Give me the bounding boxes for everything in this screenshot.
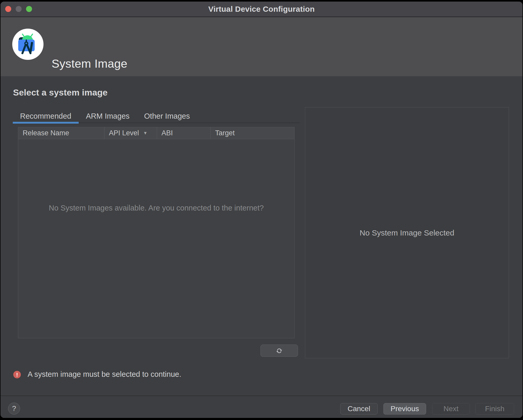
cancel-button[interactable]: Cancel [340,403,378,415]
page-title: System Image [52,57,127,71]
wizard-header: System Image [1,17,522,76]
window-title: Virtual Device Configuration [208,5,315,14]
refresh-button[interactable] [260,345,298,357]
virtual-device-configuration-window: Virtual Device Configuration System Imag… [1,2,522,418]
panel-empty-message: No System Image Selected [360,228,454,237]
help-button[interactable]: ? [8,403,20,415]
column-header-abi[interactable]: ABI [157,127,211,139]
minimize-button[interactable] [16,6,22,12]
sort-descending-icon: ▼ [143,131,148,136]
section-heading: Select a system image [13,87,108,98]
refresh-icon [274,346,285,355]
next-button[interactable]: Next [432,403,470,415]
image-category-tabs: Recommended ARM Images Other Images [13,109,197,124]
tab-other-images[interactable]: Other Images [137,109,197,124]
close-button[interactable] [5,6,11,12]
column-header-release-name[interactable]: Release Name [18,127,104,139]
wizard-footer: ? Cancel Previous Next Finish [1,396,522,418]
table-empty-message: No System Images available. Are you conn… [18,204,294,212]
tab-recommended[interactable]: Recommended [13,109,79,124]
error-icon: ! [13,371,21,378]
finish-button[interactable]: Finish [475,403,514,415]
android-studio-logo-icon [11,28,44,61]
system-image-detail-panel: No System Image Selected [305,107,509,358]
column-header-api-level[interactable]: API Level ▼ [104,127,157,139]
validation-message: A system image must be selected to conti… [28,370,181,379]
column-header-target[interactable]: Target [211,127,294,139]
window-titlebar: Virtual Device Configuration [1,2,522,17]
zoom-button[interactable] [26,6,32,12]
system-image-table: Release Name API Level ▼ ABI Target No S… [18,127,295,338]
table-header-row: Release Name API Level ▼ ABI Target [18,127,294,139]
traffic-lights [5,2,32,16]
tab-arm-images[interactable]: ARM Images [79,109,137,124]
previous-button[interactable]: Previous [383,403,426,415]
